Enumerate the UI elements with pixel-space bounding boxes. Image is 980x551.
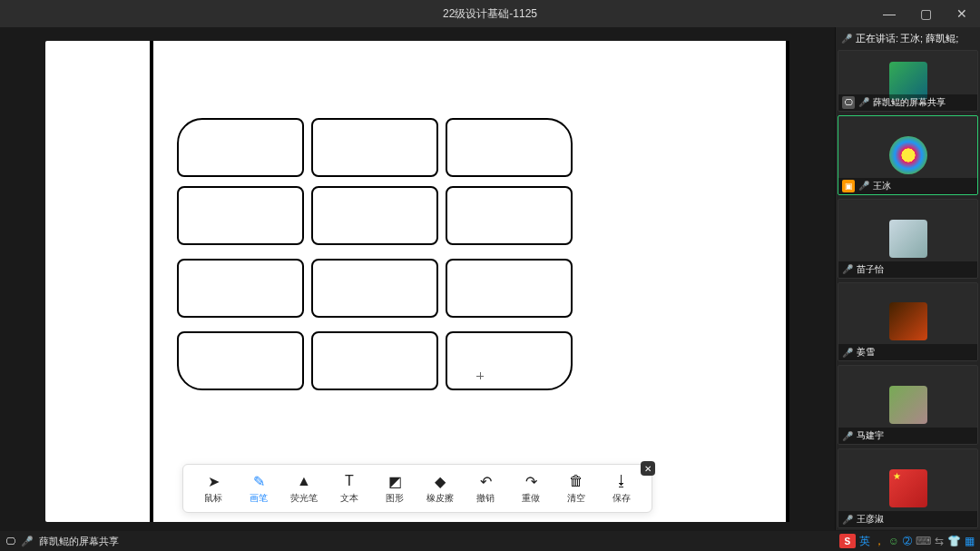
minimize-button[interactable]: — [871, 0, 907, 27]
ime-skin-icon[interactable]: 👕 [947, 535, 961, 547]
ime-grid-icon[interactable]: ▦ [965, 535, 975, 547]
ime-face-icon[interactable]: ☺ [888, 535, 899, 547]
mic-muted-icon: 🎤 [842, 264, 853, 274]
participant-tile[interactable]: 🎤 苗子怡 [838, 199, 978, 279]
ime-logo-icon[interactable]: S [839, 534, 856, 548]
tool-label: 鼠标 [204, 492, 222, 505]
mic-muted-icon: 🎤 [842, 515, 853, 525]
participant-tile[interactable]: 🎤 王彦淑 [838, 448, 978, 528]
cursor-indicator [476, 372, 484, 379]
titlebar: 22级设计基础-1125 — ▢ ✕ [0, 0, 980, 27]
mic-icon: 🎤 [841, 34, 852, 44]
toolbar-close-button[interactable]: ✕ [641, 461, 655, 476]
avatar [889, 136, 927, 174]
participant-name: 苗子怡 [857, 263, 884, 276]
tool-redo[interactable]: ↷ 重做 [508, 470, 554, 507]
share-label: 薛凯鲲的屏幕共享 [39, 535, 119, 548]
host-badge-icon: ▣ [842, 180, 855, 192]
tool-label: 画笔 [250, 492, 268, 505]
bottombar: 🖵 🎤 薛凯鲲的屏幕共享 S 英 ， ☺ ➁ ⌨ ⇆ 👕 ▦ [0, 531, 980, 551]
eraser-icon: ◆ [431, 472, 449, 490]
tool-eraser[interactable]: ◆ 橡皮擦 [417, 470, 463, 507]
tool-label: 撤销 [476, 492, 495, 505]
participant-name: 薛凯鲲的屏幕共享 [873, 96, 946, 109]
ime-at-icon[interactable]: ➁ [903, 535, 912, 547]
grid-cell [177, 259, 304, 318]
mic-muted-icon: 🎤 [842, 431, 853, 441]
tool-pen[interactable]: ✎ 画笔 [236, 470, 281, 507]
mic-on-icon: 🎤 [858, 181, 869, 191]
window-controls: — ▢ ✕ [871, 0, 980, 27]
redo-icon: ↷ [522, 472, 540, 490]
ime-bar[interactable]: S 英 ， ☺ ➁ ⌨ ⇆ 👕 ▦ [839, 534, 975, 549]
participant-tile[interactable]: 🎤 马建宇 [838, 365, 978, 445]
undo-icon: ↶ [476, 472, 495, 490]
tool-save[interactable]: ⭳ 保存 [599, 470, 644, 507]
tool-label: 保存 [612, 492, 631, 505]
tool-clear[interactable]: 🗑 清空 [554, 470, 599, 507]
screen-icon: 🖵 [842, 96, 855, 109]
tool-label: 荧光笔 [290, 492, 318, 505]
tool-label: 清空 [567, 492, 585, 505]
grid-cell [177, 118, 304, 177]
grid-cell [446, 259, 573, 318]
whiteboard[interactable]: ✕ ➤ 鼠标 ✎ 画笔 ▲ 荧光笔 T 文本 ◩ [45, 41, 789, 522]
tool-label: 重做 [522, 492, 540, 505]
cursor-icon: ➤ [204, 472, 222, 490]
tool-label: 图形 [386, 492, 404, 505]
download-icon: ⭳ [612, 472, 631, 490]
close-button[interactable]: ✕ [944, 0, 980, 27]
maximize-button[interactable]: ▢ [907, 0, 944, 27]
avatar [889, 386, 927, 424]
grid-cell [446, 331, 573, 390]
grid-cell [446, 118, 573, 177]
grid-cell [177, 331, 304, 390]
participant-tile[interactable]: ▣ 🎤 王冰 [838, 115, 978, 195]
tool-label: 橡皮擦 [426, 492, 454, 505]
pen-icon: ✎ [250, 472, 268, 490]
avatar [889, 469, 927, 507]
ime-switch-icon[interactable]: ⇆ [935, 535, 944, 547]
grid-cell [311, 186, 438, 245]
participant-name: 马建宇 [857, 429, 884, 442]
grid-cell [177, 186, 304, 245]
participant-name: 王彦淑 [857, 513, 884, 526]
avatar [889, 302, 927, 340]
tool-undo[interactable]: ↶ 撤销 [463, 470, 508, 507]
grid-cell [311, 259, 438, 318]
shape-icon: ◩ [386, 472, 404, 490]
participant-name: 姜雪 [857, 346, 875, 359]
screen-icon: 🖵 [5, 536, 15, 546]
ime-lang[interactable]: 英 [859, 534, 870, 549]
tool-text[interactable]: T 文本 [327, 470, 372, 507]
text-icon: T [340, 472, 358, 490]
tool-cursor[interactable]: ➤ 鼠标 [191, 470, 236, 507]
avatar [889, 220, 927, 258]
stage: ✕ ➤ 鼠标 ✎ 画笔 ▲ 荧光笔 T 文本 ◩ [0, 27, 835, 530]
whiteboard-toolbar: ✕ ➤ 鼠标 ✎ 画笔 ▲ 荧光笔 T 文本 ◩ [182, 464, 652, 513]
speaking-names: 王冰; 薛凯鲲; [900, 32, 958, 45]
participants-sidebar: 🎤 正在讲话: 王冰; 薛凯鲲; 🖵 🎤 薛凯鲲的屏幕共享 ▣ 🎤 王冰 🎤 [835, 27, 980, 530]
page-border-right [786, 41, 789, 522]
ime-keyboard-icon[interactable]: ⌨ [916, 535, 931, 547]
mic-muted-icon: 🎤 [858, 97, 869, 107]
speaking-indicator: 🎤 正在讲话: 王冰; 薛凯鲲; [836, 29, 980, 48]
grid-cell [446, 186, 573, 245]
window-title: 22级设计基础-1125 [443, 6, 537, 22]
tool-shape[interactable]: ◩ 图形 [372, 470, 417, 507]
participant-tile[interactable]: 🎤 姜雪 [838, 282, 978, 362]
highlighter-icon: ▲ [295, 472, 313, 490]
participant-name: 王冰 [873, 180, 891, 192]
mic-muted-icon: 🎤 [842, 348, 853, 358]
page-border-left [150, 41, 153, 522]
ime-punct[interactable]: ， [874, 534, 885, 549]
speaking-label: 正在讲话: [856, 32, 898, 45]
trash-icon: 🗑 [567, 472, 585, 490]
tool-label: 文本 [340, 492, 358, 505]
tool-highlighter[interactable]: ▲ 荧光笔 [281, 470, 327, 507]
participant-tile[interactable]: 🖵 🎤 薛凯鲲的屏幕共享 [838, 50, 978, 112]
grid-cell [311, 331, 438, 390]
mic-muted-icon: 🎤 [21, 536, 34, 547]
grid-cell [311, 118, 438, 177]
